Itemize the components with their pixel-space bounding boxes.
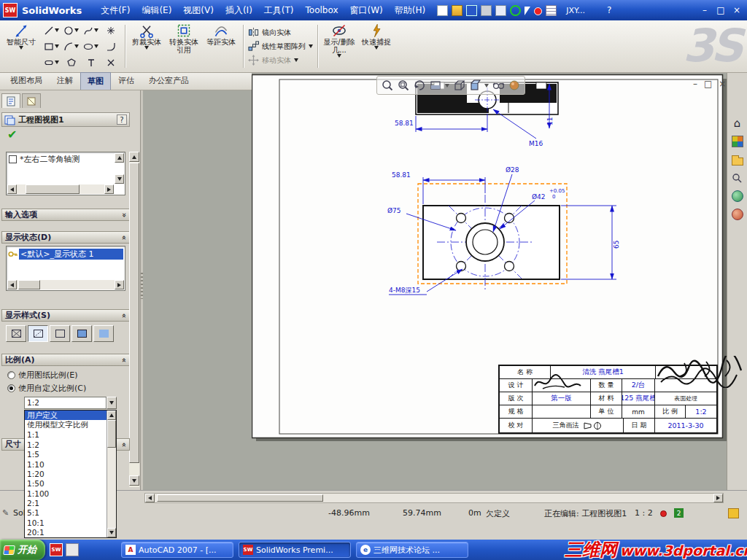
start-button[interactable]: 开始 xyxy=(0,540,45,560)
orientation-item-label[interactable]: *左右二等角轴测 xyxy=(20,154,80,165)
menu-file[interactable]: 文件(F) xyxy=(101,4,130,17)
print-icon[interactable] xyxy=(481,5,492,16)
select-cursor-icon[interactable] xyxy=(525,7,530,15)
taskbar-item-solidworks[interactable]: SW SolidWorks Premi... xyxy=(239,542,351,558)
dropdown-item[interactable]: 1:2 xyxy=(25,440,107,449)
dropdown-arrow-icon[interactable] xyxy=(294,58,298,62)
dim-front-width[interactable]: 58.81 xyxy=(392,171,411,179)
menu-help[interactable]: 帮助(H) xyxy=(395,4,425,17)
panel-scroll-up-button[interactable] xyxy=(129,152,139,162)
quick-snaps-button[interactable]: 快速捕捉 xyxy=(358,22,395,71)
print-preview-icon[interactable] xyxy=(495,5,506,16)
list-hscroll-thumb[interactable] xyxy=(26,184,80,194)
fillet-tool-icon[interactable] xyxy=(101,39,120,55)
menu-insert[interactable]: 插入(I) xyxy=(225,4,252,17)
list-hscrollbar[interactable] xyxy=(7,184,114,194)
erase-tool-icon[interactable] xyxy=(101,55,120,71)
ok-check-button[interactable]: ✔ xyxy=(7,128,17,141)
dim-plate-height[interactable]: 65 xyxy=(613,241,620,249)
dim-top-width[interactable]: 58.81 xyxy=(395,120,414,127)
dropdown-scroll-down-button[interactable] xyxy=(107,528,116,537)
file-explorer-icon[interactable] xyxy=(729,152,746,168)
section-scale[interactable]: 比例(A) » xyxy=(1,354,130,366)
polygon-tool-icon[interactable] xyxy=(61,55,81,71)
section-view-icon[interactable] xyxy=(429,79,442,92)
quick-tips-icon[interactable] xyxy=(728,508,739,518)
dim-holes-note[interactable]: 4-M8深15 xyxy=(389,287,420,294)
hscroll-thumb[interactable] xyxy=(157,494,323,502)
hscroll-right-button[interactable] xyxy=(713,494,723,502)
dropdown-scroll-thumb[interactable] xyxy=(107,420,116,448)
dropdown-arrow-icon[interactable] xyxy=(144,46,149,50)
display-state-hscrollbar[interactable] xyxy=(7,280,124,289)
configuration-manager-tab[interactable] xyxy=(22,93,41,108)
use-custom-scale-radio[interactable]: 使用自定义比例(C) xyxy=(7,383,86,394)
dropdown-item[interactable]: 1:10 xyxy=(25,459,107,469)
offset-entities-button[interactable]: 等距实体 xyxy=(203,22,239,71)
shaded-with-edges-button[interactable] xyxy=(71,325,92,342)
dim-rib-height[interactable]: 11 xyxy=(546,117,554,125)
splitter-grip[interactable] xyxy=(141,273,143,299)
dim-bore[interactable]: Ø28 xyxy=(506,166,519,174)
tab-sketch[interactable]: 草图 xyxy=(80,72,111,90)
slot-tool-icon[interactable] xyxy=(42,55,61,71)
scale-dropdown-list[interactable]: 用户定义 使用模型文字比例 1:1 1:2 1:5 1:10 1:20 1:50… xyxy=(24,410,117,538)
arc-tool-icon[interactable] xyxy=(61,39,81,55)
dropdown-item[interactable]: 1:1 xyxy=(25,430,107,440)
use-sheet-scale-radio[interactable]: 使用图纸比例(E) xyxy=(7,370,78,381)
text-tool-icon[interactable] xyxy=(81,55,101,71)
wireframe-style-button[interactable] xyxy=(6,325,26,342)
dim-thread[interactable]: M16 xyxy=(529,140,543,147)
hscroll-thumb[interactable] xyxy=(18,280,40,289)
display-delete-relations-button[interactable]: 显示/删除几... xyxy=(321,22,357,71)
doc-restore-button[interactable]: □ xyxy=(704,79,712,89)
dropdown-item[interactable]: 使用模型文字比例 xyxy=(25,420,107,429)
section-display-state[interactable]: 显示状态(D) » xyxy=(1,231,130,244)
dropdown-item[interactable]: 1:50 xyxy=(25,479,107,489)
dropdown-item[interactable]: 1:5 xyxy=(25,450,107,459)
hidden-lines-visible-button[interactable] xyxy=(28,325,48,342)
dropdown-arrow-icon[interactable] xyxy=(374,46,379,50)
home-icon[interactable]: ⌂ xyxy=(729,115,746,131)
shaded-button[interactable] xyxy=(93,325,114,342)
quicklaunch-solidworks-icon[interactable]: SW xyxy=(50,543,63,556)
doc-close-button[interactable]: × xyxy=(719,79,726,89)
panel-scrollbar[interactable] xyxy=(129,152,139,487)
spline-tool-icon[interactable] xyxy=(81,23,101,39)
panel-splitter[interactable] xyxy=(140,90,143,490)
move-entities-button[interactable]: 移动实体 xyxy=(248,55,313,66)
mirror-entities-button[interactable]: 镜向实体 xyxy=(248,27,313,38)
dropdown-item[interactable]: 用户定义 xyxy=(25,411,107,420)
scale-combobox[interactable]: 1:2 xyxy=(24,397,117,409)
previous-view-icon[interactable] xyxy=(413,79,426,92)
tab-evaluate[interactable]: 评估 xyxy=(111,71,142,90)
smart-dimension-button[interactable]: 智能尺寸 xyxy=(3,22,39,71)
rectangle-tool-icon[interactable] xyxy=(42,39,61,55)
list-scroll-right-button[interactable] xyxy=(104,184,114,194)
panel-help-button[interactable]: ? xyxy=(117,114,127,125)
quicklaunch-desktop-icon[interactable] xyxy=(66,543,79,556)
status-badge-icon[interactable]: 2 xyxy=(674,508,684,518)
maximize-button[interactable]: □ xyxy=(713,4,728,17)
dropdown-arrow-icon[interactable] xyxy=(445,84,449,88)
tab-office-products[interactable]: 办公室产品 xyxy=(142,71,196,90)
scroll-right-button[interactable] xyxy=(115,280,124,289)
hidden-lines-removed-button[interactable] xyxy=(50,325,70,342)
display-state-list[interactable]: <默认>_显示状态 1 xyxy=(6,246,125,291)
new-document-icon[interactable] xyxy=(437,5,448,16)
graphics-area[interactable]: 58.81 11 M16 xyxy=(130,73,727,490)
dropdown-scrollbar[interactable] xyxy=(107,411,116,537)
ellipse-tool-icon[interactable] xyxy=(81,39,101,55)
orientation-list[interactable]: *左右二等角轴测 xyxy=(6,152,125,195)
scale-combobox-value[interactable]: 1:2 xyxy=(24,397,107,409)
zoom-area-icon[interactable] xyxy=(397,79,410,92)
property-manager-tab[interactable] xyxy=(1,93,20,108)
search-icon[interactable] xyxy=(729,170,746,186)
dim-boss[interactable]: Ø42 xyxy=(532,193,546,201)
view-orientation-icon[interactable] xyxy=(452,79,465,92)
combo-dropdown-button[interactable] xyxy=(107,397,117,409)
hscroll-left-button[interactable] xyxy=(145,494,155,502)
dropdown-item[interactable]: 2:1 xyxy=(25,498,107,508)
list-scroll-left-button[interactable] xyxy=(7,184,17,194)
orientation-checkbox[interactable] xyxy=(9,155,17,163)
